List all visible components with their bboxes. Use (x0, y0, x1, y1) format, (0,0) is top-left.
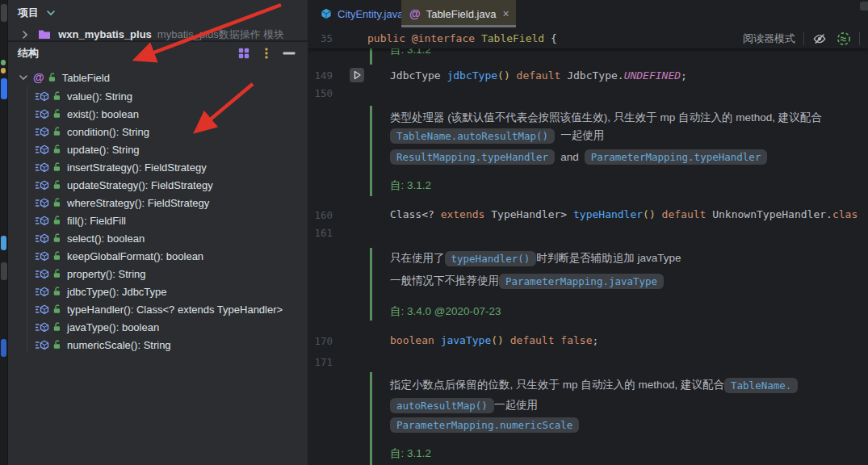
more-options-kebab-icon[interactable] (265, 48, 268, 59)
annotation-method-icon (35, 233, 49, 244)
stripe-glyph-yellow[interactable] (1, 68, 6, 73)
unlocked-icon (52, 91, 62, 101)
structure-member-row[interactable]: property(): String (8, 265, 308, 283)
editor-area: CityEntity.java @ TableField.java × 35 p… (308, 0, 868, 465)
tab-label: CityEntity.java (338, 8, 403, 20)
stripe-glyph-green[interactable] (1, 60, 6, 65)
structure-member-row[interactable]: fill(): FieldFill (8, 212, 308, 229)
member-label: javaType(): boolean (67, 321, 159, 333)
code-line-160[interactable]: Class<? extends TypeHandler> typeHandler… (390, 207, 858, 222)
hide-panel-minus-icon[interactable] (283, 52, 296, 55)
hide-eye-icon[interactable] (812, 31, 827, 46)
doc-paragraph: 指定小数点后保留的位数, 只生效于 mp 自动注入的 method, 建议配合 … (390, 376, 798, 394)
member-label: insertStrategy(): FieldStrategy (67, 161, 207, 174)
doc-since: 自: 3.4.0 @2020-07-23 (390, 304, 501, 319)
member-label: numericScale(): String (67, 339, 171, 351)
editor-tab-bar: CityEntity.java @ TableField.java × (308, 0, 868, 28)
code-chip[interactable]: ParameterMapping.typeHandler (585, 149, 768, 165)
line-number[interactable]: 149 (308, 69, 333, 82)
structure-member-row[interactable]: update(): String (8, 140, 308, 158)
structure-member-row[interactable]: jdbcType(): JdbcType (8, 283, 308, 300)
doc-paragraph: 一般情况下不推荐使用 ParameterMapping.javaType (390, 272, 664, 290)
code-chip[interactable]: typeHandler() (445, 251, 537, 266)
structure-member-row[interactable]: javaType(): boolean (8, 318, 308, 336)
structure-member-row[interactable]: keepGlobalFormat(): boolean (8, 247, 308, 265)
toolbar-divider (803, 32, 804, 45)
structure-member-row[interactable]: numericScale(): String (8, 336, 308, 354)
unlocked-icon (48, 73, 57, 82)
structure-member-row[interactable]: exist(): boolean (8, 105, 308, 123)
scrollbar-fragment (860, 2, 868, 10)
member-label: jdbcType(): JdbcType (67, 286, 167, 298)
structure-member-row[interactable]: typeHandler(): Class<? extends TypeHandl… (8, 300, 308, 318)
code-line-35[interactable]: public @interface TableField { (367, 31, 557, 46)
doc-since: 自: 3.1.2 (390, 178, 431, 193)
structure-member-row[interactable]: whereStrategy(): FieldStrategy (8, 194, 308, 212)
annotation-method-icon (35, 216, 49, 226)
tab-tablefield-active[interactable]: @ TableField.java × (401, 0, 516, 27)
doc-paragraph: ResultMapping.typeHandlerandParameterMap… (390, 148, 767, 165)
reader-mode-toolbar: 阅读器模式 (743, 31, 860, 47)
unlocked-icon (52, 269, 62, 279)
stripe-button[interactable] (1, 4, 7, 22)
structure-root-label: TableField (62, 72, 110, 84)
annotation-method-icon (35, 109, 49, 119)
code-chip[interactable]: ParameterMapping.numericScale (390, 417, 579, 433)
doc-paragraph: autoResultMap() 一起使用 (390, 396, 538, 414)
member-label: condition(): String (67, 126, 149, 138)
code-chip[interactable]: ParameterMapping.javaType (499, 274, 664, 289)
doc-comment-bar (370, 106, 372, 196)
structure-root-row[interactable]: @ TableField (8, 69, 308, 86)
close-tab-icon[interactable]: × (502, 7, 509, 20)
unlocked-icon (52, 322, 62, 332)
member-label: property(): String (67, 268, 146, 280)
member-label: whereStrategy(): FieldStrategy (67, 197, 209, 209)
code-chip[interactable]: TableName. (724, 378, 798, 393)
stripe-button-blue[interactable] (1, 236, 6, 250)
chevron-right-icon[interactable] (23, 31, 27, 39)
annotation-method-icon (35, 251, 49, 262)
code-chip[interactable]: ResultMapping.typeHandler (390, 149, 555, 165)
doc-comment-bar (370, 248, 372, 320)
member-label: typeHandler(): Class<? extends TypeHandl… (67, 304, 283, 316)
code-chip[interactable]: autoResultMap() (390, 398, 494, 413)
module-folder-icon (38, 29, 51, 40)
line-number[interactable]: 161 (308, 227, 333, 239)
expand-triangle-icon (350, 68, 364, 82)
group-by-grid-icon[interactable] (238, 48, 249, 59)
structure-member-row[interactable]: updateStrategy(): FieldStrategy (8, 176, 308, 194)
stripe-button-active-structure[interactable] (1, 78, 7, 99)
fold-marker[interactable] (350, 68, 364, 82)
tab-label: TableField.java (426, 8, 497, 20)
annotation-method-icon (35, 91, 49, 102)
structure-member-row[interactable]: value(): String (8, 87, 308, 105)
reader-mode-toggle-icon[interactable] (837, 31, 851, 46)
code-line-149[interactable]: JdbcType jdbcType() default JdbcType.UND… (390, 69, 687, 83)
left-panel: 项目 wxn_mybatis_plusmybatis_plus数据操作 模块 结… (8, 0, 308, 465)
line-number[interactable]: 150 (308, 87, 333, 99)
tab-cityentity[interactable]: CityEntity.java (314, 0, 408, 27)
unlocked-icon (52, 127, 62, 136)
chevron-down-icon[interactable] (19, 75, 27, 80)
stripe-button-blue2[interactable] (1, 339, 6, 357)
project-item-name: wxn_mybatis_plus (58, 28, 152, 40)
code-line-170[interactable]: boolean javaType() default false; (390, 333, 598, 348)
member-label: exist(): boolean (67, 108, 139, 120)
structure-member-row[interactable]: insertStrategy(): FieldStrategy (8, 158, 308, 176)
doc-comment-bar (370, 48, 372, 65)
panel-divider (8, 40, 308, 42)
reader-mode-label: 阅读器模式 (743, 31, 795, 46)
structure-member-row[interactable]: select(): boolean (8, 229, 308, 247)
structure-member-row[interactable]: condition(): String (8, 123, 308, 140)
line-number[interactable]: 171 (308, 356, 333, 368)
stripe-button-grey[interactable] (1, 262, 7, 280)
code-chip[interactable]: TableName.autoResultMap() (390, 128, 555, 144)
line-number[interactable]: 170 (308, 335, 333, 347)
member-label: updateStrategy(): FieldStrategy (67, 179, 213, 191)
chevron-down-icon[interactable] (47, 10, 55, 15)
annotation-method-icon (35, 162, 49, 173)
line-number[interactable]: 160 (308, 209, 333, 221)
project-tree-row[interactable]: wxn_mybatis_plusmybatis_plus数据操作 模块 (23, 27, 284, 40)
doc-since-clipped: 自: 3.1.2 (390, 48, 431, 57)
line-number[interactable]: 35 (308, 32, 333, 44)
